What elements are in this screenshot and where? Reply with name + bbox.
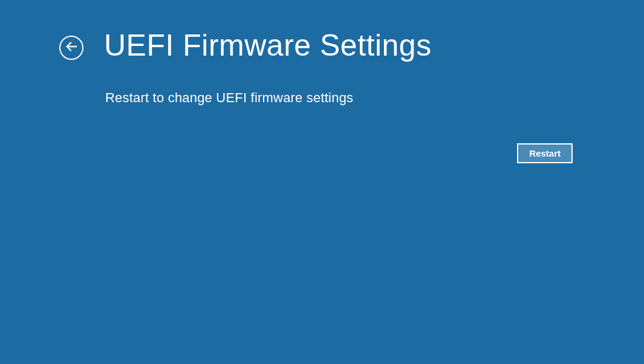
back-button[interactable] <box>59 36 83 60</box>
button-row: Restart <box>517 143 573 163</box>
restart-button[interactable]: Restart <box>517 143 573 163</box>
page-title: UEFI Firmware Settings <box>104 29 432 62</box>
description-text: Restart to change UEFI firmware settings <box>105 90 644 106</box>
header-row: UEFI Firmware Settings <box>0 0 644 62</box>
back-arrow-icon <box>65 40 78 56</box>
